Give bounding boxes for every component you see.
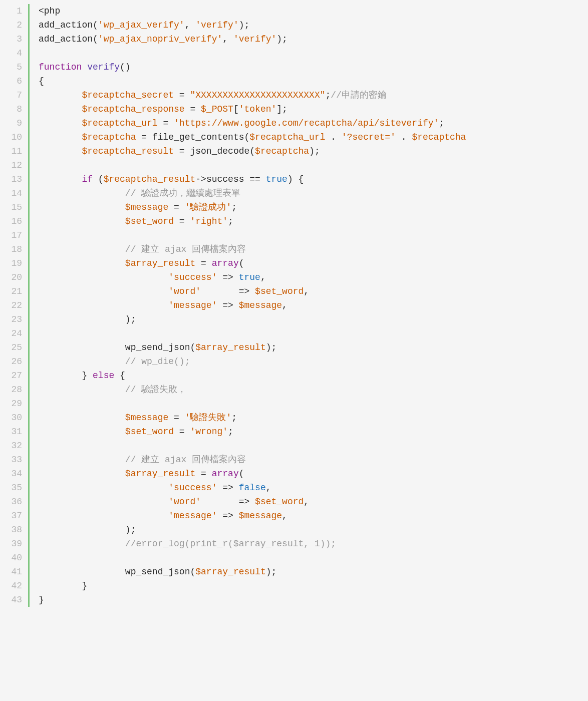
line-number: 42 [0,579,22,593]
code-line: <php [39,4,588,18]
line-number: 36 [0,495,22,509]
line-number: 1 [0,4,22,18]
line-number: 24 [0,326,22,340]
code-line: } [39,593,588,607]
line-number: 28 [0,383,22,397]
line-number: 31 [0,425,22,439]
code-line: 'success' => true, [39,270,588,284]
code-line: 'success' => false, [39,481,588,495]
code-line: $recaptcha_response = $_POST['token']; [39,102,588,116]
line-number: 7 [0,88,22,102]
code-line: $recaptcha_result = json_decode($recaptc… [39,144,588,158]
code-line [39,397,588,411]
code-line: // 建立 ajax 回傳檔案內容 [39,242,588,256]
code-line: 'word' => $set_word, [39,495,588,509]
code-line: $message = '驗證失敗'; [39,411,588,425]
line-number: 40 [0,551,22,565]
code-line: $array_result = array( [39,256,588,270]
line-number: 6 [0,74,22,88]
line-number: 37 [0,509,22,523]
code-line: add_action('wp_ajax_verify', 'verify'); [39,18,588,32]
line-number: 41 [0,565,22,579]
code-line: $array_result = array( [39,467,588,481]
code-line: wp_send_json($array_result); [39,565,588,579]
code-body[interactable]: <phpadd_action('wp_ajax_verify', 'verify… [30,4,588,607]
line-number: 9 [0,116,22,130]
code-line: $set_word = 'right'; [39,214,588,228]
line-number: 25 [0,340,22,355]
code-line [39,439,588,453]
line-number: 27 [0,369,22,383]
line-number: 32 [0,439,22,453]
code-line: // 驗證成功，繼續處理表單 [39,186,588,200]
code-line [39,551,588,565]
line-number: 30 [0,411,22,425]
code-line: $set_word = 'wrong'; [39,425,588,439]
line-number: 34 [0,467,22,481]
code-line: } [39,579,588,593]
line-number: 20 [0,270,22,284]
line-number: 16 [0,214,22,228]
line-number: 19 [0,256,22,270]
code-line: if ($recaptcha_result->success == true) … [39,172,588,186]
code-line [39,46,588,60]
line-number: 17 [0,228,22,242]
line-number: 5 [0,60,22,74]
line-number: 26 [0,355,22,369]
line-number: 15 [0,200,22,214]
code-line: // 驗證失敗， [39,383,588,397]
code-line: 'message' => $message, [39,298,588,312]
code-line: } else { [39,369,588,383]
line-number: 35 [0,481,22,495]
line-number: 3 [0,32,22,46]
line-number: 21 [0,284,22,298]
line-number: 39 [0,537,22,551]
code-line [39,158,588,172]
code-line: //error_log(print_r($array_result, 1)); [39,537,588,551]
code-line: // wp_die(); [39,355,588,369]
code-line: // 建立 ajax 回傳檔案內容 [39,453,588,467]
line-number: 33 [0,453,22,467]
line-number-gutter: 1234567891011121314151617181920212223242… [0,4,28,607]
code-line: { [39,74,588,88]
line-number: 4 [0,46,22,60]
code-line: $recaptcha = file_get_contents($recaptch… [39,130,588,144]
code-line: wp_send_json($array_result); [39,340,588,355]
line-number: 13 [0,172,22,186]
code-line [39,326,588,340]
line-number: 10 [0,130,22,144]
code-line: ); [39,312,588,326]
line-number: 14 [0,186,22,200]
code-line: $message = '驗證成功'; [39,200,588,214]
code-snippet: 1234567891011121314151617181920212223242… [0,0,588,617]
line-number: 12 [0,158,22,172]
code-line [39,228,588,242]
line-number: 29 [0,397,22,411]
code-line: function verify() [39,60,588,74]
line-number: 38 [0,523,22,537]
line-number: 8 [0,102,22,116]
code-line: 'word' => $set_word, [39,284,588,298]
line-number: 2 [0,18,22,32]
line-number: 43 [0,593,22,607]
line-number: 11 [0,144,22,158]
code-line: add_action('wp_ajax_nopriv_verify', 'ver… [39,32,588,46]
code-line: ); [39,523,588,537]
line-number: 22 [0,298,22,312]
line-number: 23 [0,312,22,326]
line-number: 18 [0,242,22,256]
code-line: 'message' => $message, [39,509,588,523]
code-line: $recaptcha_secret = "XXXXXXXXXXXXXXXXXXX… [39,88,588,102]
code-line: $recaptcha_url = 'https://www.google.com… [39,116,588,130]
